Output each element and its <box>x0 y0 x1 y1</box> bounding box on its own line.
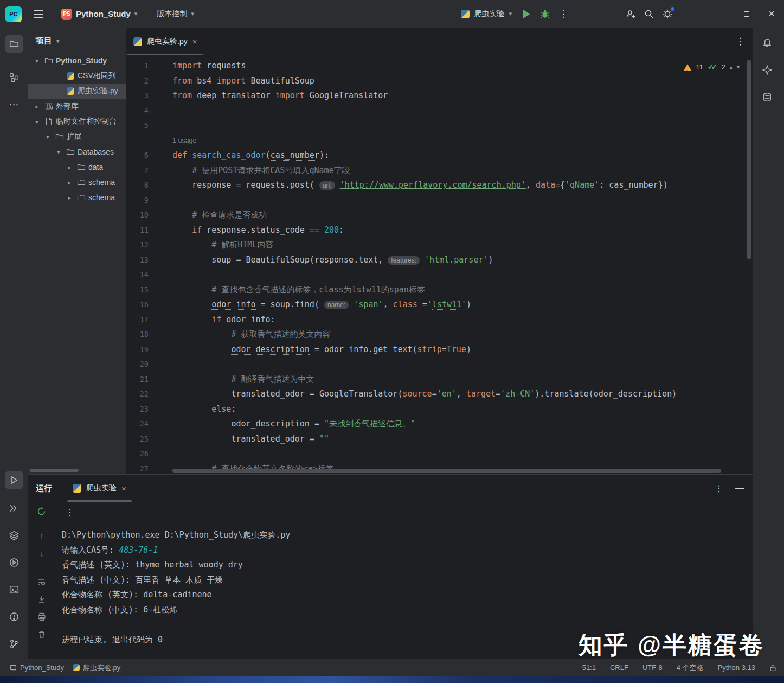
line-number: 1 <box>126 59 149 74</box>
line-ending[interactable]: CRLF <box>610 663 628 672</box>
inspections-widget[interactable]: ! 11 ✓✓ 2 ▴ ▾ <box>680 59 743 76</box>
tree-item[interactable]: ▾Databases <box>28 144 126 159</box>
code-line-row: 26 <box>126 446 753 462</box>
status-project-label: Python_Study <box>20 663 64 672</box>
print-button[interactable] <box>35 610 48 623</box>
python-file-icon <box>133 37 142 46</box>
python-file-icon <box>73 484 81 493</box>
packages-tool-window-button[interactable] <box>5 526 23 545</box>
run-tab[interactable]: 爬虫实验 × <box>66 475 133 502</box>
code-line-row: 4 <box>126 104 753 119</box>
warning-count: 11 <box>696 60 703 75</box>
scroll-to-end-button[interactable] <box>35 593 48 606</box>
file-encoding[interactable]: UTF-8 <box>642 663 663 672</box>
close-window-button[interactable]: × <box>759 0 784 28</box>
chevron-down-icon[interactable]: ▾ <box>33 119 41 125</box>
editor-vscrollbar[interactable] <box>747 60 751 259</box>
chevron-down-icon[interactable]: ▾ <box>54 149 63 155</box>
more-tool-windows-button[interactable]: ⋯ <box>5 95 23 114</box>
tree-item-label: Databases <box>78 148 114 156</box>
maximize-button[interactable] <box>734 0 759 28</box>
lock-icon[interactable] <box>769 664 776 672</box>
tree-item[interactable]: ▾扩展 <box>28 129 126 144</box>
prev-problem-icon[interactable]: ▴ <box>730 60 732 75</box>
project-panel: 项目 ▾ ▾Python_StudyCSV相同列爬虫实验.py▸外部库▾临时文件… <box>28 28 126 474</box>
vcs-widget[interactable]: 版本控制 ▾ <box>152 7 199 22</box>
settings-button[interactable] <box>658 5 677 23</box>
ai-assistant-button[interactable] <box>758 61 776 79</box>
chevron-down-icon[interactable]: ▾ <box>43 134 52 140</box>
python-interpreter[interactable]: Python 3.13 <box>718 663 755 672</box>
rerun-button[interactable] <box>37 507 46 518</box>
debug-button[interactable] <box>536 5 554 23</box>
version-control-tool-window-button[interactable] <box>5 635 23 653</box>
run-configuration-selector[interactable]: 爬虫实验 ▾ <box>455 7 517 22</box>
indent-style[interactable]: 4 个空格 <box>677 663 704 673</box>
notifications-button[interactable] <box>758 34 776 52</box>
close-tab-icon[interactable]: × <box>121 484 126 493</box>
code-line-row: 6def search_cas_odor(cas_number): <box>126 148 753 163</box>
tree-item[interactable]: 爬虫实验.py <box>28 84 126 99</box>
structure-icon <box>9 73 19 82</box>
run-options-button[interactable]: ⋮ <box>715 483 723 494</box>
services-tool-window-button[interactable] <box>5 553 23 572</box>
code-line: odor_description = odor_info.get_text(st… <box>172 342 471 358</box>
tree-item[interactable]: CSV相同列 <box>28 68 126 84</box>
chevron-down-icon[interactable]: ▾ <box>33 58 41 64</box>
line-number: 4 <box>126 104 149 119</box>
editor-tab-label: 爬虫实验.py <box>147 37 188 47</box>
tree-item[interactable]: ▸data <box>28 159 126 175</box>
caret-position[interactable]: 51:1 <box>582 663 596 672</box>
prev-occurrence-button[interactable]: ↑ <box>35 529 48 542</box>
search-everywhere-button[interactable] <box>640 5 658 23</box>
next-occurrence-button[interactable]: ↓ <box>35 546 48 559</box>
problems-tool-window-button[interactable] <box>5 608 23 626</box>
tab-options-button[interactable]: ⋮ <box>736 36 745 47</box>
run-tool-window-button[interactable] <box>5 471 23 489</box>
chevron-right-icon[interactable]: ▸ <box>65 180 74 186</box>
code-line: # 获取香气描述的英文内容 <box>172 327 330 342</box>
project-selector[interactable]: PS Python_Study ▾ <box>56 6 142 22</box>
chevron-right-icon[interactable]: ▸ <box>65 164 74 170</box>
code-line: # 解析HTML内容 <box>172 238 273 253</box>
run-button[interactable] <box>517 5 536 23</box>
status-file[interactable]: 爬虫实验.py <box>70 663 123 673</box>
project-tool-window-button[interactable] <box>5 35 23 53</box>
editor-tab[interactable]: 爬虫实验.py × <box>126 28 204 55</box>
code-with-me-button[interactable] <box>621 5 640 23</box>
line-number: 22 <box>126 387 149 402</box>
tree-item[interactable]: ▸schema <box>28 175 126 190</box>
console-more-button[interactable]: ⋮ <box>66 507 74 518</box>
line-number: 11 <box>126 223 149 238</box>
terminal-tool-window-button[interactable] <box>5 580 23 599</box>
status-project[interactable]: Python_Study <box>8 663 66 672</box>
chevron-right-icon[interactable]: ▸ <box>33 104 41 110</box>
tree-item[interactable]: ▾临时文件和控制台 <box>28 114 126 129</box>
tree-item[interactable]: ▸schema <box>28 190 126 205</box>
structure-tool-window-button[interactable] <box>5 68 23 87</box>
chevron-down-icon[interactable]: ▾ <box>56 37 60 44</box>
database-button[interactable] <box>758 88 776 106</box>
code-editor[interactable]: 1import requests2from bs4 import Beautif… <box>126 55 753 474</box>
more-actions-button[interactable]: ⋮ <box>554 5 573 23</box>
chevron-right-icon[interactable]: ▸ <box>65 195 74 201</box>
close-tab-icon[interactable]: × <box>192 37 197 46</box>
clear-output-button[interactable] <box>35 628 48 641</box>
main-menu-button[interactable] <box>29 5 48 23</box>
code-line-row: 10 # 检查请求是否成功 <box>126 208 753 223</box>
next-problem-icon[interactable]: ▾ <box>737 60 740 75</box>
project-panel-hscrollbar[interactable] <box>30 469 79 472</box>
code-line-row: 5 <box>126 118 753 133</box>
soft-wrap-button[interactable] <box>35 576 48 589</box>
editor-hscrollbar[interactable] <box>172 469 721 473</box>
hide-tool-window-button[interactable]: — <box>735 483 744 493</box>
python-console-tool-window-button[interactable] <box>5 499 23 518</box>
code-line: if odor_info: <box>172 312 275 328</box>
tree-item[interactable]: ▾Python_Study <box>28 53 126 68</box>
code-line-row: 15 # 查找包含香气描述的标签，class为lstw11的span标签 <box>126 283 753 298</box>
minimize-button[interactable]: — <box>709 0 734 28</box>
line-number: 5 <box>126 118 149 133</box>
vcs-label: 版本控制 <box>157 9 187 19</box>
tree-item[interactable]: ▸外部库 <box>28 99 126 114</box>
console-user-input: 483-76-1 <box>119 545 158 555</box>
